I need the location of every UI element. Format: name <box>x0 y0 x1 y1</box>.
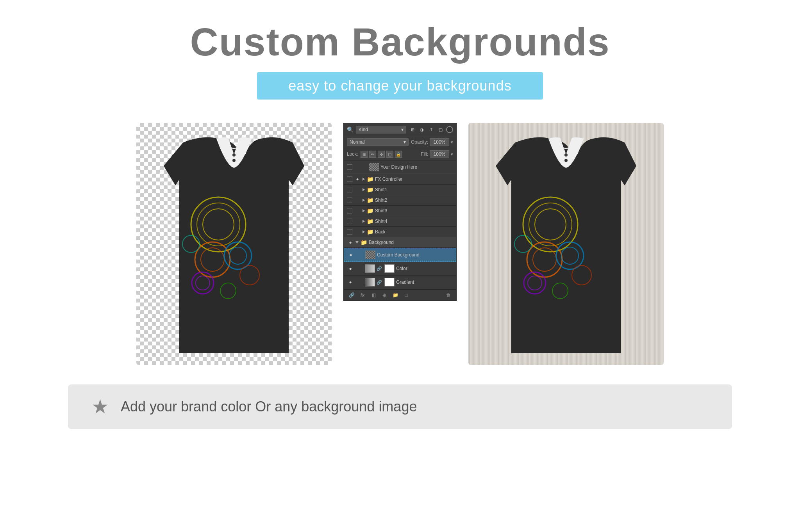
title-section: Custom Backgrounds easy to change your b… <box>190 20 610 100</box>
ps-kind-label: Kind <box>359 127 368 132</box>
layer-custom-background[interactable]: ● Custom Background <box>344 248 456 262</box>
subtitle-bar: easy to change your backgrounds <box>257 72 543 100</box>
ps-link-icon-btn[interactable]: 🔗 <box>348 292 355 298</box>
ps-opacity-chevron: ▾ <box>451 140 453 145</box>
layer-checkbox-fx[interactable] <box>347 176 352 182</box>
layer-checkbox-shirt1[interactable] <box>347 187 352 192</box>
ps-filter-image-icon[interactable]: ⊞ <box>409 126 416 133</box>
ps-filter-text-icon[interactable]: T <box>427 126 435 133</box>
ps-fill-value[interactable]: 100% <box>430 150 449 158</box>
layer-name-gradient: Gradient <box>396 279 453 285</box>
ps-new-group-icon-btn[interactable]: 📁 <box>391 292 399 298</box>
layer-color[interactable]: ● 🔗 Color <box>344 262 456 276</box>
layer-thumb-gradient <box>365 278 375 286</box>
layer-arrow-shirt4 <box>362 220 365 223</box>
content-row: 🔍 Kind ▾ ⊞ ◑ T ▢ Normal ▾ <box>0 123 800 365</box>
svg-rect-1 <box>232 159 236 162</box>
shirt-right-svg <box>472 127 660 361</box>
shirt-panel-right <box>468 123 664 365</box>
ps-opacity-group: Opacity: 100% ▾ <box>411 138 453 146</box>
layer-arrow-background-group <box>355 241 359 244</box>
layer-back[interactable]: ● 📁 Back <box>344 227 456 237</box>
ps-correction-icon-btn[interactable]: ◉ <box>380 292 388 298</box>
layer-name-back: Back <box>375 229 453 235</box>
layer-checkbox-back[interactable] <box>347 229 352 235</box>
ps-lock-brush-icon[interactable]: ✏ <box>369 151 376 158</box>
ps-kind-dropdown[interactable]: Kind ▾ <box>356 126 406 133</box>
layer-shirt2[interactable]: ● 📁 Shirt2 <box>344 195 456 206</box>
layer-eye-back[interactable]: ● <box>354 229 361 235</box>
ps-blend-chevron: ▾ <box>404 139 406 145</box>
shirt-left-display <box>136 123 332 365</box>
layer-folder-shirt1: 📁 <box>366 187 373 192</box>
ps-opacity-value[interactable]: 100% <box>430 138 449 146</box>
layer-eye-gradient[interactable]: ● <box>347 279 354 285</box>
ps-kind-chevron: ▾ <box>401 127 404 132</box>
layer-thumb-checker <box>369 163 379 171</box>
bottom-bar: ★ Add your brand color Or any background… <box>68 384 732 429</box>
layer-eye-shirt4[interactable]: ● <box>354 219 361 224</box>
layer-thumb-your-design <box>369 163 379 171</box>
ps-fill-group: Fill: 100% ▾ <box>421 150 453 158</box>
layer-shirt1[interactable]: ● 📁 Shirt1 <box>344 185 456 195</box>
ps-new-fill-icon-btn[interactable]: ◧ <box>370 292 377 298</box>
layer-checkbox-your-design[interactable] <box>347 164 352 170</box>
ps-filter-shape-icon[interactable]: ▢ <box>437 126 445 133</box>
layer-eye-background-group[interactable]: ● <box>347 240 354 245</box>
layer-thumb-gradient-swatch <box>384 278 395 286</box>
layer-checkbox-shirt3[interactable] <box>347 208 352 214</box>
layer-eye-custom-bg[interactable]: ● <box>347 252 354 258</box>
ps-lock-padlock-icon[interactable]: 🔒 <box>395 151 402 158</box>
ps-blend-mode-dropdown[interactable]: Normal ▾ <box>347 138 409 146</box>
layer-thumb-gradient-img <box>365 278 375 286</box>
layer-background-group[interactable]: ● 📁 Background <box>344 237 456 248</box>
ps-icons-row: ⊞ ◑ T ▢ <box>409 126 453 133</box>
svg-rect-14 <box>564 153 568 157</box>
ps-fill-label: Fill: <box>421 151 428 157</box>
star-icon: ★ <box>91 395 109 418</box>
ps-lock-checker-icon[interactable]: ⊞ <box>361 151 368 158</box>
ps-add-layer-icon-btn[interactable]: □ <box>402 292 410 298</box>
layer-name-custom-bg: Custom Background <box>377 252 453 258</box>
ps-delete-layer-icon-btn[interactable]: 🗑 <box>445 292 452 298</box>
ps-filter-adjust-icon[interactable]: ◑ <box>418 126 426 133</box>
ps-row-lock: Lock: ⊞ ✏ ✛ ▢ 🔒 Fill: 100% ▾ <box>344 148 456 160</box>
layer-shirt4[interactable]: ● 📁 Shirt4 <box>344 216 456 227</box>
layer-checkbox-shirt2[interactable] <box>347 197 352 203</box>
layer-arrow-shirt1 <box>362 188 365 191</box>
ps-filter-pixel-icon[interactable] <box>446 126 453 133</box>
layer-eye-fx[interactable]: ● <box>354 176 361 182</box>
layer-gradient[interactable]: ● 🔗 Gradient <box>344 276 456 289</box>
page-container: Custom Backgrounds easy to change your b… <box>0 0 800 532</box>
ps-search-icon: 🔍 <box>347 126 354 133</box>
layer-thumb-color <box>365 264 375 273</box>
ps-toolbar-top: 🔍 Kind ▾ ⊞ ◑ T ▢ <box>344 123 456 136</box>
layer-arrow-back <box>362 230 365 233</box>
layer-your-design[interactable]: ● Your Design Here <box>344 160 456 174</box>
ps-lock-label: Lock: <box>347 151 358 157</box>
layer-folder-shirt2: 📁 <box>366 197 373 203</box>
layer-thumb-custom-bg <box>365 251 375 259</box>
layer-checkbox-shirt4[interactable] <box>347 219 352 224</box>
layer-eye-shirt3[interactable]: ● <box>354 208 361 214</box>
layer-eye-shirt1[interactable]: ● <box>354 187 361 192</box>
shirt-left-svg <box>140 127 328 361</box>
shirt-right-display <box>468 123 664 365</box>
ps-fx-icon-btn[interactable]: fx <box>359 292 366 298</box>
layer-arrow-shirt2 <box>362 199 365 202</box>
layer-eye-color[interactable]: ● <box>347 266 354 271</box>
layer-folder-background-group: 📁 <box>360 240 367 245</box>
layer-name-shirt3: Shirt3 <box>375 208 453 214</box>
svg-rect-0 <box>232 153 236 157</box>
layer-eye-shirt2[interactable]: ● <box>354 197 361 203</box>
ps-lock-artboard-icon[interactable]: ▢ <box>386 151 393 158</box>
layer-fx-controller[interactable]: ● 📁 FX Controller <box>344 174 456 185</box>
ps-lock-move-icon[interactable]: ✛ <box>378 151 385 158</box>
layer-thumb-color-swatch <box>384 264 395 273</box>
bottom-text: Add your brand color Or any background i… <box>121 399 417 415</box>
layer-eye-your-design[interactable]: ● <box>354 164 361 170</box>
layer-link-icon-gradient: 🔗 <box>377 280 382 285</box>
layer-name-shirt1: Shirt1 <box>375 187 453 192</box>
layer-arrow-shirt3 <box>362 209 365 212</box>
layer-shirt3[interactable]: ● 📁 Shirt3 <box>344 206 456 216</box>
